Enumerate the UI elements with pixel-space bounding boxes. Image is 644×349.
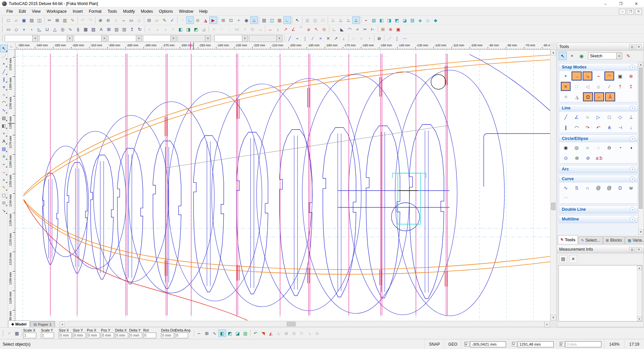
snap-diagonal-icon[interactable]: ↗ xyxy=(332,35,340,42)
measurement-list[interactable]: ▲ ▼ xyxy=(558,265,642,321)
snap-quadrant-icon[interactable]: ⌂ xyxy=(593,82,603,91)
render-draft-icon[interactable]: ♨ xyxy=(344,16,352,24)
section-header[interactable]: Curve« xyxy=(559,175,638,183)
select-tool-icon[interactable]: ↖ xyxy=(558,52,567,60)
zoom-page-icon[interactable]: ▭ xyxy=(127,16,135,24)
redline-tool-icon[interactable]: ✎ xyxy=(624,52,633,60)
circle-concentric-icon[interactable]: ◎ xyxy=(572,143,581,152)
circle-center-radius-icon[interactable]: ◉ xyxy=(561,143,571,152)
draw-helix-icon[interactable]: § xyxy=(74,26,82,33)
point-mode-2-icon[interactable]: ¦ xyxy=(393,35,401,42)
snap-intersection-icon[interactable]: ✕ xyxy=(561,82,571,91)
tool-mode-combo[interactable]: Sketch▾ xyxy=(588,52,622,59)
field-value[interactable]: 0 mm xyxy=(101,333,114,338)
line-bisector-icon[interactable]: ↓ xyxy=(626,123,636,132)
field-value[interactable]: 1▲▼ xyxy=(41,333,54,338)
box-3d-icon[interactable]: ▧ xyxy=(0,114,8,122)
draw-torus-icon[interactable]: ◎ xyxy=(59,26,66,33)
ortho-mode-icon[interactable]: ∟ xyxy=(186,16,194,24)
expand-icon[interactable]: » xyxy=(630,167,635,172)
draw-cone-icon[interactable]: △ xyxy=(51,26,59,33)
parallel-line-icon[interactable]: ∥ xyxy=(0,76,8,83)
property-combo-field-6[interactable] xyxy=(178,35,205,42)
save-drawing-icon[interactable]: ▣ xyxy=(20,16,28,24)
palette-scroll-thumb[interactable] xyxy=(639,68,643,209)
menu-format[interactable]: Format xyxy=(86,8,105,15)
section-header[interactable]: Double Line» xyxy=(559,206,638,213)
toolbar-grip[interactable] xyxy=(2,17,3,23)
render-toggle-icon[interactable]: ♨ xyxy=(250,16,258,24)
view-top-icon[interactable]: ▧ xyxy=(370,16,378,24)
mdi-minimize-button[interactable]: – xyxy=(619,9,626,14)
hatch-icon[interactable]: ▨ xyxy=(0,145,8,153)
snap-midpoint-icon[interactable]: ⌁ xyxy=(293,35,301,42)
coord-y-value[interactable]: 1291,48 mm xyxy=(518,341,554,347)
combo-dropdown-icon[interactable]: ▾ xyxy=(170,35,176,42)
lights-icon[interactable]: ▦ xyxy=(276,16,283,24)
zoom-level[interactable]: 143% xyxy=(604,339,624,349)
line-tangent-from-arc-icon[interactable]: ↷ xyxy=(583,123,592,132)
line-polygon-icon[interactable]: ○ xyxy=(583,112,592,121)
arc-icon[interactable]: ◠ xyxy=(0,99,8,106)
dim-leader-icon[interactable]: ↖ xyxy=(313,26,320,33)
ellipse-rotated-icon[interactable]: ⊘ xyxy=(583,153,593,162)
workplane-cp-icon[interactable]: ◪ xyxy=(234,330,241,337)
solid-slice-icon[interactable]: ◪ xyxy=(200,26,208,33)
zoom-in-icon[interactable]: ⊕ xyxy=(97,16,104,24)
dim-vertical-icon[interactable]: ↕ xyxy=(274,26,282,33)
point-mode-3-icon[interactable]: ⋯ xyxy=(401,35,409,42)
measurement-scroll-down[interactable]: ▼ xyxy=(637,316,642,321)
property-combo-3[interactable]: ▾ xyxy=(74,35,107,42)
snap-workplane-icon[interactable]: ◮ xyxy=(572,92,582,101)
field-value[interactable]: 0 mm xyxy=(73,333,86,338)
field-spinner[interactable]: ▲▼ xyxy=(54,333,54,338)
ucs-display-icon[interactable]: ∟ xyxy=(283,16,291,24)
menu-workspace[interactable]: Workspace xyxy=(44,8,70,15)
line-tangent-two-arcs-icon[interactable]: ↶ xyxy=(593,123,603,132)
snap-grid-icon[interactable]: ∷ xyxy=(572,82,581,91)
curve-spiral-cw-icon[interactable]: @ xyxy=(593,183,603,192)
curve-bezier-icon[interactable]: S xyxy=(572,183,581,192)
spline-icon[interactable]: ∿ xyxy=(0,106,8,114)
palette-tab-varia[interactable]: ▦Varia... xyxy=(625,236,644,244)
field-value[interactable]: 0 mm xyxy=(161,333,174,338)
combo-dropdown-icon[interactable]: ▾ xyxy=(205,35,211,42)
view-back-icon[interactable]: ◪ xyxy=(401,16,409,24)
property-combo-6[interactable]: ▾ xyxy=(177,35,211,42)
draw-polyline-3d-icon[interactable]: ∿ xyxy=(66,26,74,33)
combo-dropdown-icon[interactable]: ▾ xyxy=(32,35,38,42)
pan-icon[interactable]: + xyxy=(235,16,243,24)
ellipse-icon[interactable]: ⊜ xyxy=(572,153,582,162)
snap-tangent-icon[interactable]: ∕ xyxy=(604,82,614,91)
curve-revision-cloud-icon[interactable]: Ω xyxy=(615,183,625,192)
circle-tangent-3-entities-icon[interactable]: ◑ xyxy=(626,143,636,152)
drawing-canvas[interactable] xyxy=(15,50,550,320)
boolean-add-icon[interactable]: ◐ xyxy=(146,26,154,33)
toolbar-grip[interactable] xyxy=(3,330,4,336)
snap-coordinate-icon[interactable]: → xyxy=(572,71,581,81)
insert-file-icon[interactable]: ▱ xyxy=(153,16,161,24)
view-right-icon[interactable]: ◩ xyxy=(393,16,401,24)
combo-dropdown-icon[interactable]: ▾ xyxy=(136,35,142,42)
point-mode-1-icon[interactable]: ⋰ xyxy=(385,35,393,42)
measurement-close-icon[interactable]: ✕ xyxy=(636,247,642,252)
snap-angle-bisector-icon[interactable]: Â xyxy=(605,92,615,101)
property-combo-field-8[interactable] xyxy=(249,35,276,42)
collapse-icon[interactable]: « xyxy=(630,177,635,182)
snap-divide-x-icon[interactable]: † xyxy=(615,82,625,91)
collapse-icon[interactable]: « xyxy=(630,136,635,141)
field-value[interactable]: 0 mm xyxy=(115,333,128,338)
snap-divide-icon[interactable]: ↓ xyxy=(340,35,347,42)
grid-toggle-icon[interactable]: ∷ xyxy=(178,16,186,24)
modify-offset-icon[interactable]: ≈ xyxy=(354,26,361,33)
section-header[interactable]: Snap Modes« xyxy=(559,63,638,71)
close-panel-icon[interactable]: ✕ xyxy=(636,44,642,49)
zoom-out-icon[interactable]: ⊖ xyxy=(104,16,112,24)
sphere-render-icon[interactable]: ● xyxy=(0,176,8,184)
layers-icon[interactable]: ⊞ xyxy=(0,199,8,207)
field-value[interactable]: 0▲▼ xyxy=(143,333,156,338)
menu-tools[interactable]: Tools xyxy=(105,8,120,15)
measurement-table-toggle-icon[interactable]: ▤ xyxy=(559,255,567,263)
solid-subtract-icon[interactable]: ◨ xyxy=(184,26,192,33)
world-coordinate-toggle-icon[interactable]: ◉ xyxy=(577,52,586,60)
